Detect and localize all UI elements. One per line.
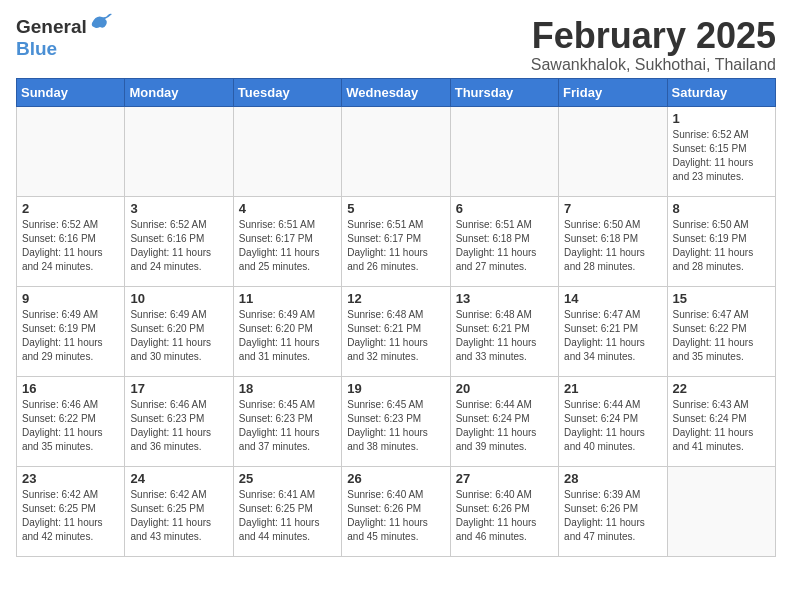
calendar-week-row: 2Sunrise: 6:52 AM Sunset: 6:16 PM Daylig… (17, 196, 776, 286)
day-info: Sunrise: 6:47 AM Sunset: 6:21 PM Dayligh… (564, 308, 661, 364)
day-info: Sunrise: 6:52 AM Sunset: 6:15 PM Dayligh… (673, 128, 770, 184)
day-number: 20 (456, 381, 553, 396)
day-number: 23 (22, 471, 119, 486)
day-number: 19 (347, 381, 444, 396)
calendar-day-cell: 3Sunrise: 6:52 AM Sunset: 6:16 PM Daylig… (125, 196, 233, 286)
calendar-day-cell: 5Sunrise: 6:51 AM Sunset: 6:17 PM Daylig… (342, 196, 450, 286)
day-number: 15 (673, 291, 770, 306)
day-number: 27 (456, 471, 553, 486)
calendar-subtitle: Sawankhalok, Sukhothai, Thailand (531, 56, 776, 74)
calendar-day-cell: 15Sunrise: 6:47 AM Sunset: 6:22 PM Dayli… (667, 286, 775, 376)
title-block: February 2025 Sawankhalok, Sukhothai, Th… (531, 16, 776, 74)
day-info: Sunrise: 6:42 AM Sunset: 6:25 PM Dayligh… (130, 488, 227, 544)
header: General Blue February 2025 Sawankhalok, … (16, 16, 776, 74)
day-number: 13 (456, 291, 553, 306)
calendar-day-cell: 28Sunrise: 6:39 AM Sunset: 6:26 PM Dayli… (559, 466, 667, 556)
day-number: 3 (130, 201, 227, 216)
day-number: 17 (130, 381, 227, 396)
day-number: 8 (673, 201, 770, 216)
calendar-day-cell: 27Sunrise: 6:40 AM Sunset: 6:26 PM Dayli… (450, 466, 558, 556)
day-number: 5 (347, 201, 444, 216)
day-info: Sunrise: 6:49 AM Sunset: 6:20 PM Dayligh… (130, 308, 227, 364)
weekday-header: Wednesday (342, 78, 450, 106)
calendar-week-row: 1Sunrise: 6:52 AM Sunset: 6:15 PM Daylig… (17, 106, 776, 196)
day-info: Sunrise: 6:46 AM Sunset: 6:23 PM Dayligh… (130, 398, 227, 454)
day-number: 7 (564, 201, 661, 216)
calendar-day-cell: 14Sunrise: 6:47 AM Sunset: 6:21 PM Dayli… (559, 286, 667, 376)
day-number: 16 (22, 381, 119, 396)
day-info: Sunrise: 6:50 AM Sunset: 6:19 PM Dayligh… (673, 218, 770, 274)
day-info: Sunrise: 6:46 AM Sunset: 6:22 PM Dayligh… (22, 398, 119, 454)
day-number: 10 (130, 291, 227, 306)
calendar-day-cell: 4Sunrise: 6:51 AM Sunset: 6:17 PM Daylig… (233, 196, 341, 286)
day-info: Sunrise: 6:41 AM Sunset: 6:25 PM Dayligh… (239, 488, 336, 544)
day-number: 18 (239, 381, 336, 396)
calendar-day-cell (342, 106, 450, 196)
calendar-day-cell: 24Sunrise: 6:42 AM Sunset: 6:25 PM Dayli… (125, 466, 233, 556)
calendar-day-cell: 22Sunrise: 6:43 AM Sunset: 6:24 PM Dayli… (667, 376, 775, 466)
weekday-header: Thursday (450, 78, 558, 106)
day-number: 6 (456, 201, 553, 216)
logo: General Blue (16, 16, 112, 60)
day-info: Sunrise: 6:44 AM Sunset: 6:24 PM Dayligh… (564, 398, 661, 454)
day-info: Sunrise: 6:45 AM Sunset: 6:23 PM Dayligh… (347, 398, 444, 454)
calendar-header-row: SundayMondayTuesdayWednesdayThursdayFrid… (17, 78, 776, 106)
day-info: Sunrise: 6:50 AM Sunset: 6:18 PM Dayligh… (564, 218, 661, 274)
calendar-day-cell: 7Sunrise: 6:50 AM Sunset: 6:18 PM Daylig… (559, 196, 667, 286)
calendar-day-cell (17, 106, 125, 196)
day-info: Sunrise: 6:39 AM Sunset: 6:26 PM Dayligh… (564, 488, 661, 544)
day-info: Sunrise: 6:48 AM Sunset: 6:21 PM Dayligh… (456, 308, 553, 364)
day-number: 9 (22, 291, 119, 306)
calendar-day-cell: 16Sunrise: 6:46 AM Sunset: 6:22 PM Dayli… (17, 376, 125, 466)
calendar-day-cell (559, 106, 667, 196)
day-number: 21 (564, 381, 661, 396)
calendar-day-cell: 18Sunrise: 6:45 AM Sunset: 6:23 PM Dayli… (233, 376, 341, 466)
day-info: Sunrise: 6:45 AM Sunset: 6:23 PM Dayligh… (239, 398, 336, 454)
calendar-day-cell (667, 466, 775, 556)
day-number: 4 (239, 201, 336, 216)
day-number: 11 (239, 291, 336, 306)
day-number: 22 (673, 381, 770, 396)
weekday-header: Monday (125, 78, 233, 106)
day-info: Sunrise: 6:52 AM Sunset: 6:16 PM Dayligh… (130, 218, 227, 274)
calendar-day-cell: 25Sunrise: 6:41 AM Sunset: 6:25 PM Dayli… (233, 466, 341, 556)
day-info: Sunrise: 6:40 AM Sunset: 6:26 PM Dayligh… (456, 488, 553, 544)
weekday-header: Sunday (17, 78, 125, 106)
calendar-day-cell: 19Sunrise: 6:45 AM Sunset: 6:23 PM Dayli… (342, 376, 450, 466)
day-info: Sunrise: 6:42 AM Sunset: 6:25 PM Dayligh… (22, 488, 119, 544)
day-number: 1 (673, 111, 770, 126)
calendar-day-cell: 17Sunrise: 6:46 AM Sunset: 6:23 PM Dayli… (125, 376, 233, 466)
calendar-day-cell: 9Sunrise: 6:49 AM Sunset: 6:19 PM Daylig… (17, 286, 125, 376)
calendar-day-cell: 8Sunrise: 6:50 AM Sunset: 6:19 PM Daylig… (667, 196, 775, 286)
calendar-week-row: 16Sunrise: 6:46 AM Sunset: 6:22 PM Dayli… (17, 376, 776, 466)
day-info: Sunrise: 6:49 AM Sunset: 6:20 PM Dayligh… (239, 308, 336, 364)
calendar-day-cell: 13Sunrise: 6:48 AM Sunset: 6:21 PM Dayli… (450, 286, 558, 376)
calendar-day-cell: 20Sunrise: 6:44 AM Sunset: 6:24 PM Dayli… (450, 376, 558, 466)
day-number: 12 (347, 291, 444, 306)
logo-general: General (16, 16, 87, 38)
day-info: Sunrise: 6:51 AM Sunset: 6:18 PM Dayligh… (456, 218, 553, 274)
calendar-week-row: 23Sunrise: 6:42 AM Sunset: 6:25 PM Dayli… (17, 466, 776, 556)
day-info: Sunrise: 6:51 AM Sunset: 6:17 PM Dayligh… (347, 218, 444, 274)
day-info: Sunrise: 6:52 AM Sunset: 6:16 PM Dayligh… (22, 218, 119, 274)
calendar-day-cell: 10Sunrise: 6:49 AM Sunset: 6:20 PM Dayli… (125, 286, 233, 376)
logo-blue: Blue (16, 38, 57, 59)
day-info: Sunrise: 6:49 AM Sunset: 6:19 PM Dayligh… (22, 308, 119, 364)
calendar-day-cell: 21Sunrise: 6:44 AM Sunset: 6:24 PM Dayli… (559, 376, 667, 466)
day-number: 14 (564, 291, 661, 306)
day-info: Sunrise: 6:51 AM Sunset: 6:17 PM Dayligh… (239, 218, 336, 274)
day-info: Sunrise: 6:48 AM Sunset: 6:21 PM Dayligh… (347, 308, 444, 364)
calendar-day-cell: 1Sunrise: 6:52 AM Sunset: 6:15 PM Daylig… (667, 106, 775, 196)
day-info: Sunrise: 6:47 AM Sunset: 6:22 PM Dayligh… (673, 308, 770, 364)
day-number: 2 (22, 201, 119, 216)
day-info: Sunrise: 6:44 AM Sunset: 6:24 PM Dayligh… (456, 398, 553, 454)
logo-bird-icon (90, 13, 112, 33)
day-number: 28 (564, 471, 661, 486)
day-info: Sunrise: 6:40 AM Sunset: 6:26 PM Dayligh… (347, 488, 444, 544)
weekday-header: Friday (559, 78, 667, 106)
calendar-day-cell: 23Sunrise: 6:42 AM Sunset: 6:25 PM Dayli… (17, 466, 125, 556)
day-number: 24 (130, 471, 227, 486)
day-number: 25 (239, 471, 336, 486)
calendar-day-cell: 2Sunrise: 6:52 AM Sunset: 6:16 PM Daylig… (17, 196, 125, 286)
calendar-day-cell (233, 106, 341, 196)
